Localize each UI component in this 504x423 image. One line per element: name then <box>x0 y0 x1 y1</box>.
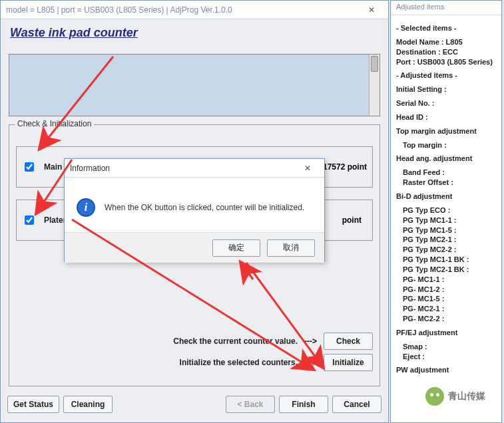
side-panel-title: Adjusted items <box>391 1 501 15</box>
check-button[interactable]: Check <box>324 333 373 350</box>
serial-no: Serial No. : <box>396 98 496 108</box>
pf-ej-adjustment: PF/EJ adjustment <box>396 328 496 338</box>
bi-d-adjustment: Bi-D adjustment <box>396 192 496 202</box>
eject: Eject : <box>396 352 496 362</box>
port: Port : USB003 (L805 Series) <box>396 57 496 67</box>
titlebar: model = L805 | port = USB003 (L805 Serie… <box>1 1 388 19</box>
close-icon[interactable]: ✕ <box>360 3 383 17</box>
initial-setting: Initial Setting : <box>396 84 496 94</box>
head-id: Head ID : <box>396 112 496 122</box>
finish-button[interactable]: Finish <box>279 396 328 413</box>
smap: Smap : <box>396 342 496 352</box>
watermark-text: 青山传媒 <box>448 390 485 402</box>
arrow-icon: ---> <box>304 358 317 367</box>
pg-item: PG- MC2-1 : <box>396 304 496 314</box>
pw-adjustment: PW adjustment <box>396 365 496 375</box>
top-margin-adjustment: Top margin adjustment <box>396 126 496 136</box>
scrollbar-thumb[interactable] <box>371 56 378 72</box>
model-name: Model Name : L805 <box>396 37 496 47</box>
band-feed: Band Feed : <box>396 168 496 178</box>
initialize-button[interactable]: Initialize <box>324 354 373 371</box>
dialog-cancel-button[interactable]: 取消 <box>267 239 315 257</box>
dialog-titlebar: Information ✕ <box>65 159 324 178</box>
side-panel-body: - Selected items - Model Name : L805 Des… <box>391 15 501 383</box>
dialog-content: i When the OK button is clicked, counter… <box>65 178 324 232</box>
groupbox-legend: Check & Initialization <box>15 119 94 128</box>
platen-unit: point <box>342 215 362 225</box>
dialog-close-icon[interactable]: ✕ <box>296 161 319 176</box>
init-line: Initialize the selected counters. ---> I… <box>3 354 373 371</box>
pg-item: PG Typ MC1-1 BK : <box>396 255 496 265</box>
dialog-ok-button[interactable]: 确定 <box>212 239 260 257</box>
footer: Get Status Cleaning < Back Finish Cancel <box>7 393 381 416</box>
cancel-button[interactable]: Cancel <box>332 396 381 413</box>
action-lines: Check the current counter value. ---> Ch… <box>3 329 373 371</box>
back-button: < Back <box>226 396 275 413</box>
pg-item: PG Typ MC1-5 : <box>396 225 496 235</box>
check-hint: Check the current counter value. <box>173 337 298 346</box>
page-title: Waste ink pad counter <box>10 26 379 40</box>
selected-items-header: - Selected items - <box>396 23 496 33</box>
pg-item: PG- MC1-2 : <box>396 285 496 295</box>
arrow-icon: ---> <box>304 337 317 346</box>
pg-item: PG- MC1-1 : <box>396 275 496 285</box>
destination: Destination : ECC <box>396 47 496 57</box>
pg-item: PG- MC2-2 : <box>396 314 496 324</box>
window-title: model = L805 | port = USB003 (L805 Serie… <box>6 5 360 15</box>
adjusted-items-panel: Adjusted items - Selected items - Model … <box>390 0 502 423</box>
raster-offset: Raster Offset : <box>396 178 496 188</box>
watermark: 青山传媒 <box>425 387 485 406</box>
pg-item: PG Typ MC1-1 : <box>396 215 496 225</box>
dialog-buttons: 确定 取消 <box>65 232 324 263</box>
cleaning-button[interactable]: Cleaning <box>63 396 113 413</box>
pg-item: PG Typ MC2-2 : <box>396 245 496 255</box>
adjusted-items-header: - Adjusted items - <box>396 70 496 80</box>
pg-item: PG Typ MC2-1 : <box>396 235 496 245</box>
pg-item: PG Typ MC2-1 BK : <box>396 265 496 275</box>
pg-list: PG Typ ECO :PG Typ MC1-1 :PG Typ MC1-5 :… <box>396 206 496 324</box>
init-hint: Initialize the selected counters. <box>180 358 298 367</box>
platen-checkbox[interactable] <box>25 215 34 225</box>
info-icon: i <box>77 198 95 217</box>
top-margin: Top margin : <box>396 140 496 150</box>
pg-item: PG Typ ECO : <box>396 206 496 215</box>
get-status-button[interactable]: Get Status <box>7 396 59 413</box>
dialog-title: Information <box>70 164 296 173</box>
scrollbar[interactable] <box>369 55 379 116</box>
information-dialog: Information ✕ i When the OK button is cl… <box>64 158 325 262</box>
head-ang-adjustment: Head ang. adjustment <box>396 154 496 164</box>
wechat-icon <box>425 387 444 406</box>
check-line: Check the current counter value. ---> Ch… <box>3 333 373 350</box>
pg-item: PG- MC1-5 : <box>396 294 496 304</box>
main-pad-checkbox[interactable] <box>25 162 34 172</box>
dialog-message: When the OK button is clicked, counter w… <box>105 203 304 212</box>
info-pane <box>9 54 380 116</box>
